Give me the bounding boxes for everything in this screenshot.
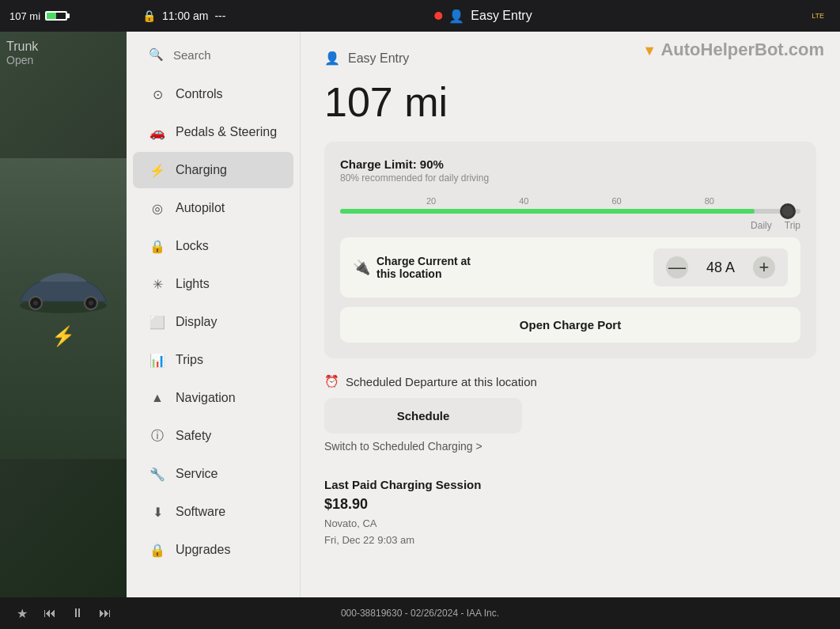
charge-current-text: Charge Current atthis location [376,255,471,280]
status-title: Easy Entry [471,9,532,23]
decrease-charge-button[interactable]: — [666,256,688,279]
navigation-icon: ▲ [149,389,166,407]
safety-label: Safety [176,429,211,443]
locks-label: Locks [176,239,209,253]
charge-current-label: 🔌 Charge Current atthis location [353,255,647,280]
autopilot-icon: ◎ [149,199,166,217]
charge-slider-track[interactable] [340,209,800,214]
easy-entry-icon: 👤 [324,51,340,66]
switch-charging-link[interactable]: Switch to Scheduled Charging > [324,440,816,453]
sidebar-item-search[interactable]: 🔍 Search [133,40,293,70]
slider-mark-60: 60 [612,196,622,206]
lights-label: Lights [176,277,210,291]
schedule-button[interactable]: Schedule [324,398,522,434]
charge-value: 48 A [701,260,740,276]
sidebar-item-charging[interactable]: ⚡ Charging [133,152,293,188]
trips-icon: 📊 [149,351,166,369]
sidebar-item-autopilot[interactable]: ◎ Autopilot [133,190,293,226]
range-display: 107 mi [324,78,816,126]
sidebar-item-controls[interactable]: ⊙ Controls [133,76,293,112]
trips-label: Trips [176,353,203,367]
sidebar: 🔍 Search ⊙ Controls 🚗 Pedals & Steering … [127,32,301,597]
last-paid-datetime: Fri, Dec 22 9:03 am [324,534,414,546]
slider-thumb[interactable] [780,203,796,219]
car-image: ⚡ [0,158,127,459]
slider-mark-20: 20 [426,196,436,206]
sidebar-item-safety[interactable]: ⓘ Safety [133,418,293,454]
slider-mark-80: 80 [705,196,714,206]
display-label: Display [176,315,217,329]
scheduled-label: Scheduled Departure at this location [346,375,537,388]
car-silhouette [12,270,115,317]
slider-buttons: Daily Trip [340,220,800,231]
slider-mark-40: 40 [519,196,528,206]
clock-icon: ⏰ [324,374,339,388]
scheduled-departure-section: ⏰ Scheduled Departure at this location S… [324,374,816,453]
daily-label[interactable]: Daily [751,220,772,231]
search-label: Search [173,48,211,62]
sidebar-item-service[interactable]: 🔧 Service [133,456,293,492]
sidebar-item-navigation[interactable]: ▲ Navigation [133,380,293,416]
sidebar-item-pedals[interactable]: 🚗 Pedals & Steering [133,114,293,150]
battery-icon [45,11,67,21]
sidebar-item-upgrades[interactable]: 🔒 Upgrades [133,532,293,568]
main-content: 🔍 Search ⊙ Controls 🚗 Pedals & Steering … [127,32,840,597]
software-icon: ⬇ [149,503,166,521]
status-left: 🔒 11:00 am --- [142,9,225,22]
charging-icon: ⚡ [149,161,166,179]
right-panel: 👤 Easy Entry 107 mi Charge Limit: 90% 80… [301,32,840,597]
sidebar-item-locks[interactable]: 🔒 Locks [133,228,293,264]
controls-icon: ⊙ [149,85,166,103]
charging-label: Charging [176,163,227,177]
top-left-info: 107 mi [0,0,127,32]
increase-charge-button[interactable]: + [753,256,775,279]
autopilot-label: Autopilot [176,201,225,215]
plug-icon: 🔌 [353,259,370,276]
trunk-status: Open [6,54,117,66]
prev-track-button[interactable]: ⏮ [39,602,61,624]
display-icon: ⬜ [149,313,166,331]
charge-controls: — 48 A + [653,248,788,286]
svg-point-3 [33,301,38,305]
easy-entry-label: Easy Entry [348,51,409,66]
status-right: LTE [812,12,824,20]
slider-labels: 20 40 60 80 [340,196,800,206]
charge-limit-label: Charge Limit: 90% [340,157,800,171]
service-label: Service [176,467,218,481]
sidebar-item-display[interactable]: ⬜ Display [133,304,293,340]
record-dot [434,12,442,20]
open-charge-port-button[interactable]: Open Charge Port [340,307,800,343]
locks-icon: 🔒 [149,237,166,255]
pause-button[interactable]: ⏸ [66,602,89,624]
charge-limit-sub: 80% recommended for daily driving [340,172,800,184]
charge-card: Charge Limit: 90% 80% recommended for da… [324,142,816,358]
charge-slider-container: 20 40 60 80 Daily Trip [340,196,800,231]
software-label: Software [176,505,225,519]
status-dashes: --- [214,9,225,22]
trunk-info: Trunk Open [6,40,117,66]
trip-label[interactable]: Trip [785,220,800,231]
bottom-controls: ★ ⏮ ⏸ ⏭ [0,597,127,629]
service-icon: 🔧 [149,465,166,483]
charge-current-row: 🔌 Charge Current atthis location — 48 A … [340,237,800,297]
controls-label: Controls [176,87,223,101]
next-track-button[interactable]: ⏭ [94,602,116,624]
sidebar-item-lights[interactable]: ✳ Lights [133,266,293,302]
status-title-area: 👤 Easy Entry [434,9,532,24]
favorite-button[interactable]: ★ [11,602,33,624]
lock-icon: 🔒 [142,9,156,22]
last-paid-title: Last Paid Charging Session [324,478,816,491]
status-time: 11:00 am [162,9,208,22]
last-paid-location: Novato, CA [324,517,376,529]
sidebar-item-software[interactable]: ⬇ Software [133,494,293,530]
last-paid-section: Last Paid Charging Session $18.90 Novato… [324,468,816,549]
navigation-label: Navigation [176,391,236,405]
last-paid-details: Novato, CA Fri, Dec 22 9:03 am [324,516,816,549]
trunk-label: Trunk [6,40,117,54]
last-paid-amount: $18.90 [324,496,816,513]
pedals-label: Pedals & Steering [176,125,277,139]
charging-indicator: ⚡ [51,325,75,347]
svg-point-4 [89,301,93,305]
upgrades-label: Upgrades [176,543,230,557]
sidebar-item-trips[interactable]: 📊 Trips [133,342,293,378]
